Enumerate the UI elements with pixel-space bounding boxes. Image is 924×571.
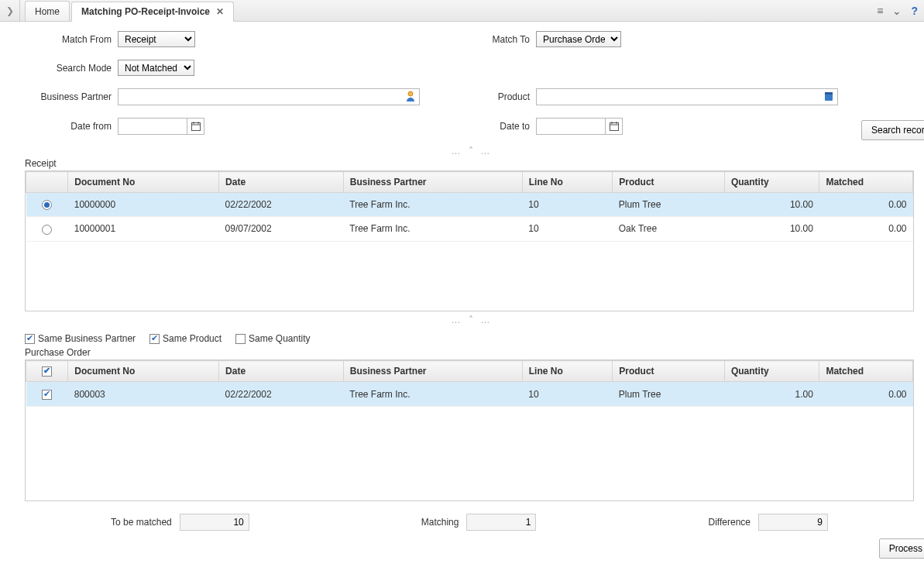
to-be-matched-value — [180, 514, 249, 531]
col-matched[interactable]: Matched — [819, 172, 913, 193]
cell-matched: 0.00 — [819, 193, 913, 217]
calendar-icon[interactable] — [606, 118, 623, 135]
cell-qty: 10.00 — [724, 217, 819, 241]
splitter-dots-icon[interactable]: … — [481, 146, 490, 157]
cell-bp: Tree Farm Inc. — [343, 217, 522, 241]
receipt-section-title: Receipt — [25, 158, 916, 169]
col-date[interactable]: Date — [219, 361, 344, 382]
splitter-up-icon[interactable]: ˄ — [469, 315, 473, 325]
search-records-button[interactable]: Search records — [861, 120, 924, 140]
checkbox-label: Same Business Partner — [38, 333, 136, 344]
calendar-icon[interactable] — [187, 118, 204, 135]
checkbox-icon — [42, 366, 52, 377]
difference-label: Difference — [709, 517, 751, 528]
svg-rect-7 — [610, 123, 618, 131]
row-radio[interactable] — [42, 200, 52, 210]
help-icon[interactable]: ? — [911, 5, 918, 17]
match-from-label: Match From — [25, 34, 118, 45]
bpartner-input-wrap — [118, 88, 420, 105]
cell-line: 10 — [522, 217, 613, 241]
matching-label: Matching — [421, 517, 459, 528]
search-mode-select[interactable]: Not Matched — [118, 60, 194, 76]
menu-icon[interactable]: ≡ — [877, 5, 883, 17]
to-be-matched-label: To be matched — [111, 517, 172, 528]
table-row[interactable]: 10000001 09/07/2002 Tree Farm Inc. 10 Oa… — [26, 217, 913, 241]
row-radio[interactable] — [42, 225, 52, 235]
splitter-dots-icon[interactable]: … — [452, 146, 461, 157]
col-product[interactable]: Product — [613, 172, 725, 193]
svg-rect-3 — [191, 123, 200, 131]
cell-line: 10 — [522, 193, 613, 217]
tab-matching[interactable]: Matching PO-Receipt-Invoice ✕ — [71, 2, 234, 22]
col-matched[interactable]: Matched — [819, 361, 913, 382]
splitter-mid: … ˄ … — [25, 315, 916, 325]
cell-matched: 0.00 — [819, 382, 913, 406]
col-quantity[interactable]: Quantity — [724, 361, 819, 382]
match-to-label: Match To — [443, 34, 536, 45]
search-mode-label: Search Mode — [25, 63, 118, 74]
checkbox-label: Same Product — [163, 333, 222, 344]
process-button[interactable]: Process — [879, 538, 924, 559]
tab-label: Home — [35, 6, 60, 17]
close-icon[interactable]: ✕ — [216, 6, 224, 17]
splitter-up-icon[interactable]: ˄ — [469, 146, 473, 157]
table-row[interactable]: 800003 02/22/2002 Tree Farm Inc. 10 Plum… — [26, 382, 913, 406]
receipt-grid: Document No Date Business Partner Line N… — [25, 170, 914, 311]
cell-date: 02/22/2002 — [219, 382, 344, 406]
col-document-no[interactable]: Document No — [68, 361, 219, 382]
select-header — [26, 172, 68, 193]
chevron-down-icon[interactable]: ⌄ — [892, 5, 902, 17]
product-input[interactable] — [537, 90, 820, 104]
col-quantity[interactable]: Quantity — [724, 172, 819, 193]
match-from-select[interactable]: Receipt — [118, 31, 195, 47]
bpartner-input[interactable] — [119, 90, 402, 104]
matching-value — [466, 514, 536, 531]
cell-date: 02/22/2002 — [219, 193, 344, 217]
same-bpartner-checkbox[interactable]: Same Business Partner — [25, 333, 136, 344]
tab-home[interactable]: Home — [25, 1, 70, 21]
cell-product: Plum Tree — [613, 382, 725, 406]
checkbox-label: Same Quantity — [249, 333, 310, 344]
bpartner-label: Business Partner — [25, 91, 118, 102]
checkbox-icon — [149, 334, 160, 344]
col-document-no[interactable]: Document No — [68, 172, 219, 193]
cell-doc: 10000001 — [68, 217, 219, 241]
select-all-checkbox[interactable] — [26, 361, 68, 382]
tab-label: Matching PO-Receipt-Invoice — [81, 6, 210, 17]
date-to-input[interactable] — [536, 118, 606, 135]
table-row[interactable]: 10000000 02/22/2002 Tree Farm Inc. 10 Pl… — [26, 193, 913, 217]
cell-doc: 800003 — [68, 382, 219, 406]
cell-line: 10 — [522, 382, 613, 406]
same-quantity-checkbox[interactable]: Same Quantity — [235, 333, 310, 344]
match-to-select[interactable]: Purchase Order — [536, 31, 621, 47]
splitter-top: … ˄ … — [25, 146, 916, 157]
date-from-input[interactable] — [118, 118, 187, 135]
cell-bp: Tree Farm Inc. — [343, 193, 522, 217]
checkbox-icon — [25, 334, 35, 344]
row-checkbox[interactable] — [42, 390, 52, 400]
sidebar-expand-icon[interactable]: ❯ — [0, 0, 20, 21]
same-product-checkbox[interactable]: Same Product — [149, 333, 222, 344]
svg-rect-2 — [825, 92, 833, 95]
cell-qty: 1.00 — [724, 382, 819, 406]
cell-date: 09/07/2002 — [219, 217, 344, 241]
splitter-dots-icon[interactable]: … — [481, 315, 490, 325]
po-section-title: Purchase Order — [25, 347, 916, 358]
checkbox-icon — [235, 334, 246, 344]
col-product[interactable]: Product — [613, 361, 725, 382]
splitter-dots-icon[interactable]: … — [452, 315, 461, 325]
svg-point-0 — [408, 91, 413, 96]
difference-value — [758, 514, 828, 531]
product-icon[interactable] — [820, 91, 837, 104]
col-line-no[interactable]: Line No — [522, 172, 613, 193]
cell-matched: 0.00 — [819, 217, 913, 241]
product-label: Product — [443, 91, 536, 102]
date-from-label: Date from — [25, 121, 118, 132]
cell-doc: 10000000 — [68, 193, 219, 217]
po-grid: Document No Date Business Partner Line N… — [25, 359, 914, 501]
col-bpartner[interactable]: Business Partner — [343, 172, 522, 193]
bpartner-icon[interactable] — [402, 91, 419, 104]
col-bpartner[interactable]: Business Partner — [343, 361, 522, 382]
col-line-no[interactable]: Line No — [522, 361, 613, 382]
col-date[interactable]: Date — [219, 172, 344, 193]
